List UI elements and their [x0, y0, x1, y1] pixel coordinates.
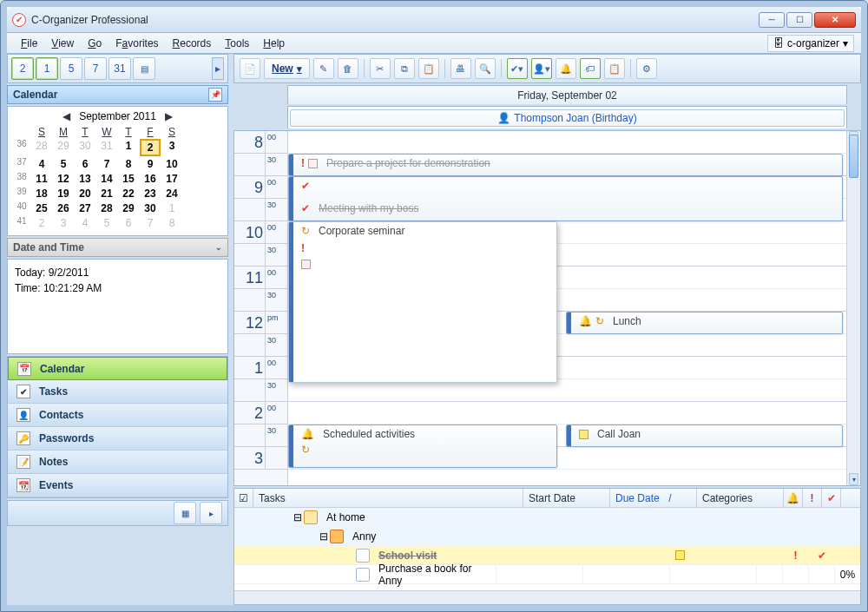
appointment-area[interactable]: ▴ ▾ !Prepare a project for demonstration…	[288, 131, 860, 485]
calendar-day[interactable]: 16	[140, 172, 161, 186]
tasks-col-start[interactable]: Start Date	[523, 489, 610, 507]
calendar-day[interactable]: 27	[75, 201, 95, 215]
tasks-col-check[interactable]: ☑	[234, 489, 253, 507]
calendar-day[interactable]: 7	[140, 216, 161, 230]
view-workweek-button[interactable]: 5	[60, 57, 82, 80]
copy-button[interactable]: ⧉	[394, 58, 415, 79]
prev-month-button[interactable]: ◀	[60, 110, 72, 122]
menu-help[interactable]: Help	[256, 35, 292, 52]
properties-button[interactable]: 📋	[604, 58, 625, 79]
calendar-day[interactable]: 22	[118, 187, 139, 201]
calendar-day[interactable]: 26	[53, 201, 74, 215]
tasks-col-alarm[interactable]: 🔔	[784, 489, 803, 507]
minimize-button[interactable]: ─	[759, 12, 785, 28]
tasks-col-done[interactable]: ✔	[822, 489, 841, 507]
calendar-day[interactable]: 8	[161, 216, 182, 230]
calendar-day[interactable]: 1	[118, 139, 139, 156]
vertical-scrollbar[interactable]: ▴ ▾	[846, 131, 860, 485]
calendar-day[interactable]: 25	[31, 201, 52, 215]
view-day-button[interactable]: 2	[11, 57, 34, 80]
calendar-day[interactable]: 7	[96, 157, 117, 171]
calendar-day[interactable]: 5	[96, 216, 117, 230]
calendar-day[interactable]: 8	[118, 157, 139, 171]
options-button[interactable]: ⚙	[636, 58, 657, 79]
print-button[interactable]: 🖶	[450, 58, 471, 79]
nav-tasks[interactable]: ✔Tasks	[8, 380, 227, 404]
database-selector[interactable]: 🗄 c-organizer ▾	[767, 35, 854, 52]
view-week-button[interactable]: 7	[84, 57, 107, 80]
calendar-day[interactable]: 30	[140, 201, 161, 215]
new-record-icon[interactable]: 📄	[240, 58, 260, 79]
appt-scheduled-activities[interactable]: 🔔Scheduled activities↻	[288, 424, 557, 468]
view-month-button[interactable]: 31	[108, 57, 131, 80]
menu-go[interactable]: Go	[81, 35, 108, 52]
menu-view[interactable]: View	[44, 35, 81, 52]
task-group-anny[interactable]: ⊟ Anny	[234, 527, 860, 546]
calendar-day[interactable]: 6	[118, 216, 139, 230]
cut-button[interactable]: ✂	[370, 58, 391, 79]
nav-passwords[interactable]: 🔑Passwords	[8, 427, 227, 451]
menu-tools[interactable]: Tools	[218, 35, 256, 52]
calendar-day[interactable]: 29	[118, 201, 139, 215]
calendar-day[interactable]: 10	[161, 157, 182, 171]
delete-button[interactable]: 🗑	[338, 58, 358, 79]
pin-icon[interactable]: 📌	[208, 88, 222, 102]
calendar-day[interactable]: 3	[53, 216, 74, 230]
calendar-day[interactable]: 31	[96, 139, 117, 156]
complete-button[interactable]: ✔▾	[507, 58, 528, 79]
calendar-day[interactable]: 2	[31, 216, 52, 230]
next-month-button[interactable]: ▶	[163, 110, 175, 122]
calendar-day[interactable]: 2	[140, 139, 161, 156]
nav-calendar[interactable]: 📅Calendar	[8, 357, 227, 380]
preview-button[interactable]: 🔍	[475, 58, 496, 79]
appt-call-joan[interactable]: Call Joan	[566, 424, 843, 447]
nav-notes[interactable]: 📝Notes	[8, 451, 227, 474]
footer-expand-button[interactable]: ▸	[200, 502, 222, 524]
calendar-day[interactable]: 6	[75, 157, 95, 171]
scroll-down-button[interactable]: ▾	[849, 473, 858, 485]
tree-minus-icon[interactable]: ⊟	[319, 530, 328, 543]
appt-prepare-project[interactable]: !Prepare a project for demonstration	[288, 154, 843, 176]
calendar-day[interactable]: 20	[75, 187, 95, 201]
menu-records[interactable]: Records	[166, 35, 219, 52]
expand-toolbar-button[interactable]: ▸	[212, 57, 224, 80]
paste-button[interactable]: 📋	[418, 58, 439, 79]
calendar-day[interactable]: 11	[31, 172, 52, 186]
nav-events[interactable]: 📆Events	[8, 474, 227, 497]
menu-favorites[interactable]: Favorites	[108, 35, 165, 52]
task-row-book[interactable]: Purchase a book for Anny 0%	[234, 565, 860, 584]
calendar-day[interactable]: 24	[161, 187, 182, 201]
calendar-day[interactable]: 28	[96, 201, 117, 215]
scroll-thumb[interactable]	[849, 135, 858, 178]
task-group-home[interactable]: ⊟ At home	[234, 508, 860, 527]
reminder-button[interactable]: 🔔	[556, 58, 576, 79]
appt-corporate-seminar[interactable]: ↻Corporate seminar!	[288, 221, 557, 383]
calendar-day[interactable]: 14	[96, 172, 117, 186]
calendar-day[interactable]: 1	[161, 201, 182, 215]
calendar-day[interactable]: 18	[31, 187, 52, 201]
calendar-day[interactable]: 13	[75, 172, 95, 186]
appt-lunch[interactable]: 🔔↻Lunch	[566, 312, 843, 334]
calendar-day[interactable]: 4	[75, 216, 95, 230]
calendar-day[interactable]: 23	[140, 187, 161, 201]
calendar-day[interactable]: 3	[161, 139, 182, 156]
tasks-col-categories[interactable]: Categories	[697, 489, 784, 507]
edit-button[interactable]: ✎	[313, 58, 334, 79]
all-day-event-birthday[interactable]: 👤 Thompson Joan (Birthday)	[290, 109, 845, 127]
calendar-day[interactable]: 5	[53, 157, 74, 171]
maximize-button[interactable]: ☐	[786, 12, 812, 28]
calendar-day[interactable]: 12	[53, 172, 74, 186]
close-button[interactable]: ✕	[814, 12, 856, 28]
new-button[interactable]: New ▾	[264, 58, 310, 79]
calendar-day[interactable]: 4	[31, 157, 52, 171]
appt-check-item[interactable]: ✔✔Meeting with my boss	[288, 176, 843, 221]
calendar-day[interactable]: 29	[53, 139, 74, 156]
calendar-day[interactable]: 17	[161, 172, 182, 186]
view-today-button[interactable]: 1	[36, 57, 58, 80]
tasks-col-priority[interactable]: !	[803, 489, 822, 507]
tasks-col-name[interactable]: Tasks	[253, 489, 523, 507]
datetime-section-header[interactable]: Date and Time ⌄	[7, 238, 228, 257]
footer-btn-1[interactable]: ▦	[174, 502, 196, 524]
calendar-day[interactable]: 19	[53, 187, 74, 201]
task-row-school[interactable]: School visit ! ✔	[234, 546, 860, 565]
